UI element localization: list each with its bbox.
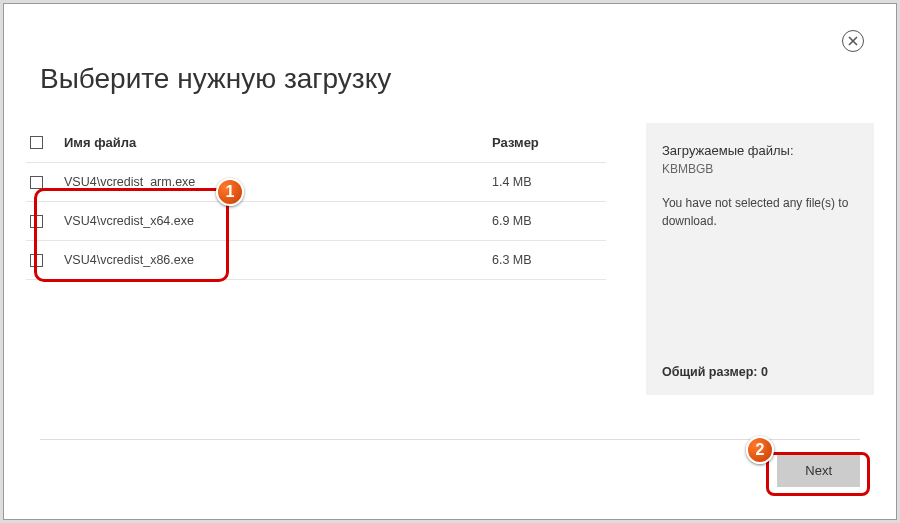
annotation-badge-1: 1 [216, 178, 244, 206]
select-all-checkbox[interactable] [30, 136, 43, 149]
file-size: 1.4 MB [492, 175, 602, 189]
close-button[interactable] [842, 30, 864, 52]
summary-panel: Загружаемые файлы: KBMBGB You have not s… [646, 123, 874, 395]
summary-message: You have not selected any file(s) to dow… [662, 194, 858, 230]
summary-heading: Загружаемые файлы: [662, 143, 858, 158]
header-size: Размер [492, 135, 602, 150]
dialog-title: Выберите нужную загрузку [40, 63, 874, 95]
annotation-box-1 [34, 188, 229, 282]
close-icon [848, 34, 858, 49]
annotation-box-2 [766, 452, 870, 496]
dialog-footer: Next [40, 439, 860, 487]
file-size: 6.9 MB [492, 214, 602, 228]
header-name: Имя файла [64, 135, 492, 150]
row-checkbox[interactable] [30, 176, 43, 189]
table-header: Имя файла Размер [26, 123, 606, 163]
file-size: 6.3 MB [492, 253, 602, 267]
annotation-badge-2: 2 [746, 436, 774, 464]
file-name: VSU4\vcredist_arm.exe [64, 175, 492, 189]
summary-sub: KBMBGB [662, 162, 858, 176]
total-size: Общий размер: 0 [662, 365, 768, 379]
